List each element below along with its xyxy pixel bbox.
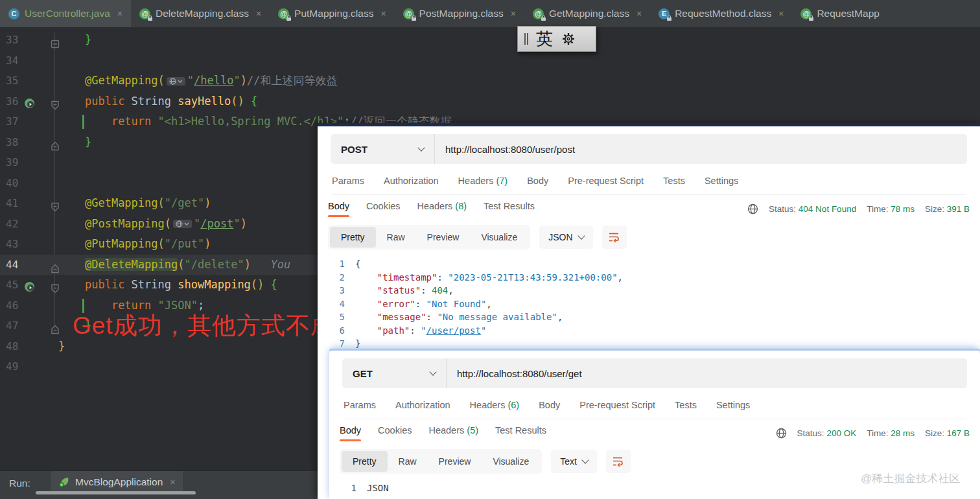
- editor-tab-deletemapping-class[interactable]: @DeleteMapping.class×: [131, 0, 270, 27]
- request-tab-body[interactable]: Body: [539, 400, 560, 410]
- horizontal-scrollbar[interactable]: [36, 491, 196, 494]
- response-tab-headers[interactable]: Headers (8): [417, 201, 467, 217]
- ime-handle-icon[interactable]: [524, 33, 528, 45]
- editor-tab-requestmethod-class[interactable]: ERequestMethod.class×: [650, 0, 792, 27]
- response-tab-test-results[interactable]: Test Results: [495, 425, 546, 441]
- code-line-37[interactable]: 37 return "<h1>Hello,Spring MVC.</h1>";/…: [0, 111, 318, 132]
- json-token: ": [421, 324, 426, 338]
- code-line-36[interactable]: 36 public String sayHello() {: [0, 91, 318, 111]
- editor-tab-postmapping-class[interactable]: @PostMapping.class×: [395, 0, 524, 27]
- request-tab-pre-request-script[interactable]: Pre-request Script: [579, 400, 655, 410]
- watermark: @稀土掘金技术社区: [861, 471, 960, 486]
- code-token: ): [240, 74, 247, 87]
- request-tab-tests[interactable]: Tests: [675, 400, 697, 410]
- ime-indicator[interactable]: 英: [517, 26, 596, 52]
- request-tab-settings[interactable]: Settings: [716, 400, 750, 410]
- run-tab-close-icon[interactable]: ×: [170, 477, 175, 487]
- request-tabs: ParamsAuthorizationHeaders (6)BodyPre-re…: [344, 400, 966, 419]
- code-line-44[interactable]: 44 @DeleteMapping("/delete") You: [0, 255, 318, 275]
- view-mode-visualize[interactable]: Visualize: [470, 227, 528, 248]
- method-select[interactable]: GET: [342, 368, 446, 379]
- view-mode-pretty[interactable]: Pretty: [330, 227, 376, 248]
- status-badge: Status: 404 Not Found: [769, 204, 856, 214]
- response-tab-cookies[interactable]: Cookies: [366, 201, 400, 217]
- view-mode-raw[interactable]: Raw: [388, 451, 428, 472]
- json-token: ,: [618, 271, 623, 284]
- url-input[interactable]: http://localhost:8080/user/post: [435, 144, 575, 155]
- code-token: (: [178, 258, 184, 271]
- view-mode-preview[interactable]: Preview: [416, 227, 471, 248]
- wrap-lines-button[interactable]: [602, 226, 627, 249]
- tab-close-icon[interactable]: ×: [256, 8, 261, 19]
- code-token: }: [85, 33, 91, 46]
- tab-close-icon[interactable]: ×: [511, 8, 516, 19]
- network-globe-icon[interactable]: [776, 428, 787, 439]
- chevron-down-icon: [578, 232, 585, 239]
- code-line-33[interactable]: 33 }: [0, 30, 318, 50]
- request-tab-body[interactable]: Body: [527, 176, 548, 186]
- request-tab-headers[interactable]: Headers (7): [458, 176, 508, 186]
- json-token: /user/post: [426, 324, 481, 338]
- response-tab-body[interactable]: Body: [340, 425, 361, 441]
- line-number: 42: [0, 214, 25, 234]
- code-line-35[interactable]: 35 @GetMapping("/hello")//和上述同等效益: [0, 71, 318, 91]
- code-token: [58, 217, 85, 230]
- request-tab-authorization[interactable]: Authorization: [384, 176, 439, 186]
- run-config-tab[interactable]: MvcBlogApplication ×: [51, 471, 183, 493]
- line-number: 33: [0, 30, 25, 50]
- format-select[interactable]: Text: [551, 450, 597, 473]
- editor-tab-putmapping-class[interactable]: @PutMapping.class×: [270, 0, 395, 27]
- ime-gear-icon[interactable]: [561, 31, 576, 47]
- request-tab-params[interactable]: Params: [344, 400, 376, 410]
- code-line-41[interactable]: 41 @GetMapping("/get"): [0, 193, 318, 213]
- code-line-42[interactable]: 42 @PostMapping("/post"): [0, 214, 318, 234]
- method-select[interactable]: POST: [331, 144, 434, 155]
- response-body[interactable]: 1{2 "timestamp": "2023-05-21T13:43:59.32…: [318, 257, 980, 351]
- tab-close-icon[interactable]: ×: [117, 8, 122, 19]
- code-line-45[interactable]: 45 public String showMapping() {: [0, 275, 318, 295]
- code-line-49[interactable]: 49: [0, 356, 318, 377]
- request-tab-params[interactable]: Params: [332, 176, 364, 186]
- code-token: /post: [200, 217, 233, 230]
- request-tab-tests[interactable]: Tests: [663, 176, 685, 186]
- response-tab-body[interactable]: Body: [328, 201, 349, 217]
- response-tab-headers[interactable]: Headers (5): [428, 425, 478, 441]
- code-line-43[interactable]: 43 @PutMapping("/put"): [0, 234, 318, 254]
- tab-close-icon[interactable]: ×: [380, 8, 386, 19]
- url-inlay-globe-icon[interactable]: [167, 77, 185, 86]
- code-token: @GetMapping: [85, 74, 158, 87]
- response-tab-test-results[interactable]: Test Results: [484, 201, 535, 217]
- request-tab-authorization[interactable]: Authorization: [395, 400, 450, 410]
- editor-tab-usercontroller-java[interactable]: CUserController.java×: [0, 0, 131, 27]
- view-mode-visualize[interactable]: Visualize: [482, 451, 540, 472]
- editor-tab-bar: CUserController.java×@DeleteMapping.clas…: [0, 0, 980, 28]
- wrap-lines-icon: [612, 456, 624, 467]
- code-line-34[interactable]: 34: [0, 51, 318, 71]
- network-globe-icon[interactable]: [747, 203, 758, 215]
- format-label: Text: [560, 456, 577, 467]
- format-select[interactable]: JSON: [539, 226, 592, 249]
- code-line-39[interactable]: 39: [0, 152, 318, 172]
- view-mode-preview[interactable]: Preview: [428, 451, 482, 472]
- request-tab-pre-request-script[interactable]: Pre-request Script: [568, 176, 644, 186]
- request-tab-headers[interactable]: Headers (6): [470, 400, 520, 410]
- code-token: (: [158, 196, 165, 209]
- editor-tab-requestmapp[interactable]: @RequestMapp: [792, 0, 888, 27]
- request-tab-settings[interactable]: Settings: [705, 176, 738, 186]
- line-number: 47: [0, 316, 25, 336]
- url-inlay-globe-icon[interactable]: [173, 220, 192, 228]
- ime-language-char[interactable]: 英: [536, 30, 553, 47]
- json-token: :: [410, 324, 421, 338]
- view-mode-raw[interactable]: Raw: [376, 227, 416, 248]
- time-badge: Time: 28 ms: [867, 428, 915, 438]
- url-input[interactable]: http://localhost:8080/user/get: [447, 368, 582, 379]
- tab-close-icon[interactable]: ×: [636, 8, 642, 19]
- code-line-38[interactable]: 38 }: [0, 132, 318, 152]
- tab-close-icon[interactable]: ×: [778, 8, 784, 19]
- code-line-40[interactable]: 40: [0, 173, 318, 193]
- view-mode-pretty[interactable]: Pretty: [342, 451, 388, 472]
- response-tab-cookies[interactable]: Cookies: [378, 425, 412, 441]
- editor-tab-getmapping-class[interactable]: @GetMapping.class×: [524, 0, 650, 27]
- wrap-lines-button[interactable]: [606, 450, 631, 473]
- line-number: 40: [0, 173, 25, 193]
